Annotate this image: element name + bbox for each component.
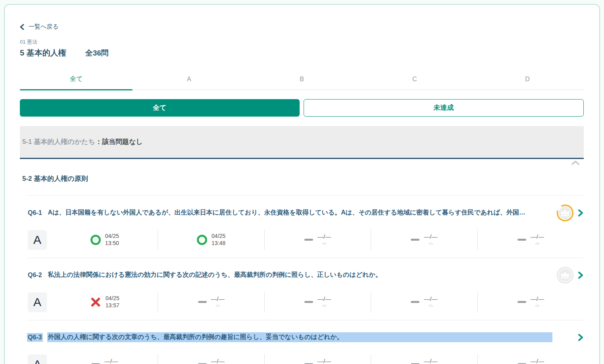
page-title: 5 基本的人権 [20, 48, 66, 58]
attempt-time: 13:57 [106, 302, 119, 309]
question-id: Q6-2 [28, 272, 42, 279]
attempt-slot: —/—-:- [264, 230, 371, 250]
category-label: 01 憲法 [20, 38, 584, 46]
attempt-slot: 04/2513:57 [52, 292, 158, 312]
crown-badge-icon [556, 204, 574, 222]
grade-chip: A [28, 292, 47, 312]
attempt-slot: —/—-:- [158, 354, 264, 364]
attempt-time: 13:48 [212, 240, 225, 247]
correct-circle-icon [90, 235, 101, 245]
chevron-right-icon[interactable] [577, 209, 584, 217]
section-5-2-title: 5-2 基本的人権の原則 [20, 174, 584, 183]
empty-dash-icon [198, 301, 207, 303]
attempt-date: —/— [211, 295, 225, 303]
grade-chip: A [28, 230, 47, 250]
attempt-slot: —/—-:- [371, 292, 477, 312]
attempt-time: -:- [317, 241, 331, 246]
back-label: 一覧へ戻る [29, 23, 59, 31]
filter-incomplete-button[interactable]: 未達成 [304, 99, 584, 117]
attempt-slots: 04/2513:5004/2513:48—/—-:-—/—-:-—/—-:- [52, 230, 584, 250]
tab-b[interactable]: B [245, 69, 358, 90]
question-head[interactable]: Q6-1 Aは、日本国籍を有しない外国人であるが、出生以来日本に居住しており、永… [28, 196, 584, 222]
attempt-datetime: —/—-:- [211, 295, 225, 308]
attempt-date: —/— [211, 358, 225, 364]
attempt-date: —/— [531, 358, 544, 364]
attempt-datetime: —/—-:- [531, 358, 544, 364]
attempt-slot: —/—-:- [477, 230, 584, 250]
question-text: Aは、日本国籍を有しない外国人であるが、出生以来日本に居住しており、永住資格を取… [48, 209, 552, 217]
question-text: 外国人の人権に関する次の文章のうち、最高裁判所の判例の趣旨に照らし、妥当でないも… [48, 333, 552, 341]
attempt-datetime: —/—-:- [424, 233, 437, 246]
tab-a[interactable]: A [133, 69, 245, 90]
attempt-date: —/— [531, 295, 544, 303]
attempt-datetime: —/—-:- [531, 233, 544, 246]
attempt-slot: 04/2513:48 [158, 230, 264, 250]
back-to-list-link[interactable]: 一覧へ戻る [20, 23, 59, 31]
chevron-left-icon [20, 24, 24, 30]
attempt-date: 04/25 [105, 233, 119, 240]
tab-c[interactable]: C [358, 69, 471, 90]
question-row: Q6-1 Aは、日本国籍を有しない外国人であるが、出生以来日本に居住しており、永… [20, 196, 584, 258]
title-row: 5 基本的人権 全36問 [20, 48, 584, 58]
attempt-time: -:- [317, 303, 331, 308]
attempt-date: —/— [424, 233, 437, 241]
attempt-slot: —/—-:- [371, 354, 477, 364]
attempt-time: -:- [531, 241, 544, 246]
attempt-datetime: 04/2513:48 [212, 233, 225, 247]
empty-dash-icon [411, 301, 419, 303]
attempt-row: A —/—-:-—/—-:-—/—-:-—/—-:-—/—-:- [28, 354, 584, 364]
attempt-date: 04/25 [212, 233, 225, 240]
attempt-date: —/— [317, 295, 331, 303]
attempt-datetime: —/—-:- [424, 358, 437, 364]
attempt-datetime: —/—-:- [531, 295, 544, 308]
attempt-date: —/— [531, 233, 544, 241]
chevron-right-icon[interactable] [577, 333, 584, 341]
grade-tabs: 全てABCD [20, 69, 584, 90]
attempt-date: —/— [317, 358, 331, 364]
attempt-slot: —/—-:- [264, 354, 371, 364]
question-id: Q6-3 [28, 334, 42, 341]
chevron-right-icon[interactable] [577, 271, 584, 279]
attempt-slots: —/—-:-—/—-:-—/—-:-—/—-:-—/—-:- [52, 354, 584, 364]
question-head[interactable]: Q6-2 私法上の法律関係における憲法の効力に関する次の記述のうち、最高裁判所の… [28, 258, 584, 284]
attempt-slot: —/—-:- [158, 292, 264, 312]
empty-dash-icon [304, 301, 313, 303]
section-5-1-title: 5-1 基本的人権のかたち [22, 137, 95, 146]
attempt-date: —/— [317, 233, 331, 241]
attempt-datetime: —/—-:- [317, 233, 331, 246]
correct-circle-icon [197, 235, 207, 245]
empty-dash-icon [517, 301, 526, 303]
attempt-row: A 04/2513:5004/2513:48—/—-:-—/—-:-—/—-:- [28, 230, 584, 250]
attempt-slot: —/—-:- [52, 354, 158, 364]
question-head[interactable]: Q6-3 外国人の人権に関する次の文章のうち、最高裁判所の判例の趣旨に照らし、妥… [28, 320, 584, 346]
attempt-datetime: 04/2513:57 [106, 295, 119, 309]
empty-dash-icon [304, 239, 313, 241]
question-list: Q6-1 Aは、日本国籍を有しない外国人であるが、出生以来日本に居住しており、永… [20, 195, 584, 364]
attempt-time: -:- [424, 241, 437, 246]
empty-dash-icon [517, 239, 526, 241]
attempt-date: —/— [424, 358, 437, 364]
attempt-datetime: —/—-:- [104, 358, 118, 364]
wrong-x-icon [90, 297, 101, 308]
attempt-slot: —/—-:- [477, 354, 584, 364]
filter-all-button[interactable]: 全て [20, 99, 300, 117]
content-card: 一覧へ戻る 01 憲法 5 基本的人権 全36問 全てABCD 全て 未達成 5… [4, 4, 600, 364]
attempt-time: -:- [531, 303, 544, 308]
total-question-count: 全36問 [85, 48, 109, 58]
attempt-datetime: —/—-:- [317, 295, 331, 308]
collapse-chevron-up-icon[interactable] [571, 160, 580, 165]
attempt-time: -:- [424, 303, 437, 308]
attempt-slot: 04/2513:50 [52, 230, 158, 250]
attempt-slots: 04/2513:57—/—-:-—/—-:-—/—-:-—/—-:- [52, 292, 584, 312]
grade-chip: A [28, 354, 47, 364]
section-5-1-bar[interactable]: 5-1 基本的人権のかたち：該当問題なし [20, 126, 584, 159]
attempt-date: —/— [104, 358, 118, 364]
attempt-date: 04/25 [106, 295, 119, 302]
tab-d[interactable]: D [471, 69, 584, 90]
tab-all[interactable]: 全て [20, 69, 133, 90]
question-id: Q6-1 [28, 209, 42, 216]
question-text: 私法上の法律関係における憲法の効力に関する次の記述のうち、最高裁判所の判例に照ら… [48, 271, 552, 279]
attempt-datetime: 04/2513:50 [105, 233, 119, 247]
question-row: Q6-2 私法上の法律関係における憲法の効力に関する次の記述のうち、最高裁判所の… [20, 258, 584, 320]
attempt-row: A 04/2513:57—/—-:-—/—-:-—/—-:-—/—-:- [28, 292, 584, 312]
